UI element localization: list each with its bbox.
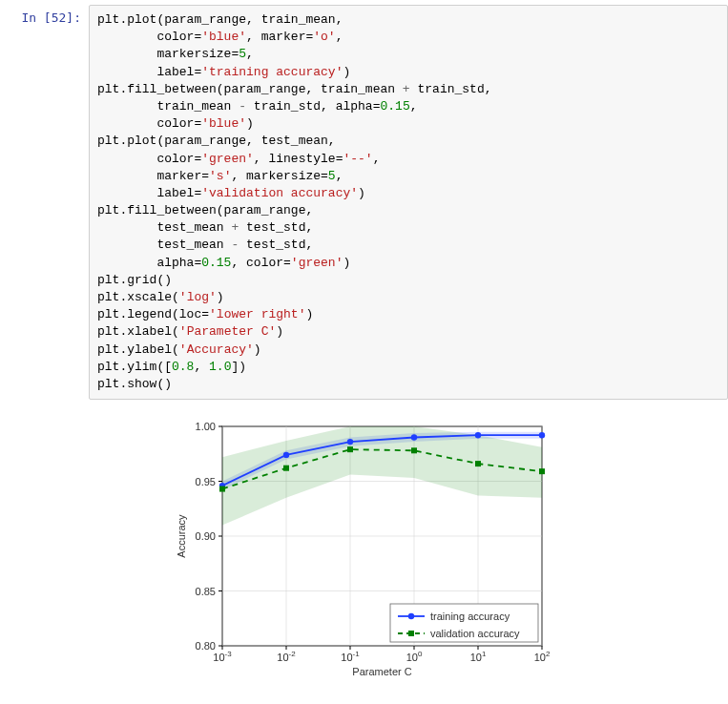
svg-text:validation accuracy: validation accuracy (430, 628, 520, 639)
svg-text:102: 102 (534, 650, 551, 663)
svg-text:0.85: 0.85 (196, 586, 216, 597)
svg-rect-23 (411, 447, 417, 453)
svg-point-15 (283, 452, 289, 458)
svg-rect-25 (539, 468, 545, 474)
svg-point-16 (347, 439, 353, 445)
svg-rect-24 (475, 461, 481, 466)
svg-text:10-2: 10-2 (277, 650, 296, 663)
svg-text:0.80: 0.80 (196, 640, 216, 652)
code-cell: In [52]: plt.plot(param_range, train_mea… (0, 5, 728, 400)
svg-text:training accuracy: training accuracy (430, 611, 510, 622)
svg-marker-13 (222, 426, 542, 526)
svg-rect-21 (283, 466, 289, 471)
svg-point-50 (408, 613, 414, 619)
chart: 10-310-210-11001011020.800.850.900.951.0… (170, 412, 556, 679)
svg-rect-53 (408, 631, 414, 636)
output-cell: 10-310-210-11001011020.800.850.900.951.0… (0, 404, 728, 679)
svg-text:0.95: 0.95 (196, 476, 216, 487)
svg-text:100: 100 (406, 650, 423, 663)
svg-text:10-1: 10-1 (341, 650, 360, 663)
output-prompt (0, 404, 89, 679)
svg-point-19 (539, 432, 545, 438)
svg-rect-20 (219, 487, 225, 492)
output-area: 10-310-210-11001011020.800.850.900.951.0… (89, 404, 728, 679)
svg-text:1.00: 1.00 (196, 421, 216, 432)
ylabel: Accuracy (176, 514, 187, 558)
svg-rect-22 (347, 446, 353, 452)
cell-prompt: In [52]: (0, 5, 89, 400)
svg-point-17 (411, 434, 417, 440)
xlabel: Parameter C (352, 666, 411, 677)
svg-text:101: 101 (470, 650, 487, 663)
code-input[interactable]: plt.plot(param_range, train_mean, color=… (89, 5, 728, 400)
svg-point-18 (475, 432, 481, 438)
svg-text:10-3: 10-3 (213, 650, 232, 663)
svg-text:0.90: 0.90 (196, 530, 216, 542)
